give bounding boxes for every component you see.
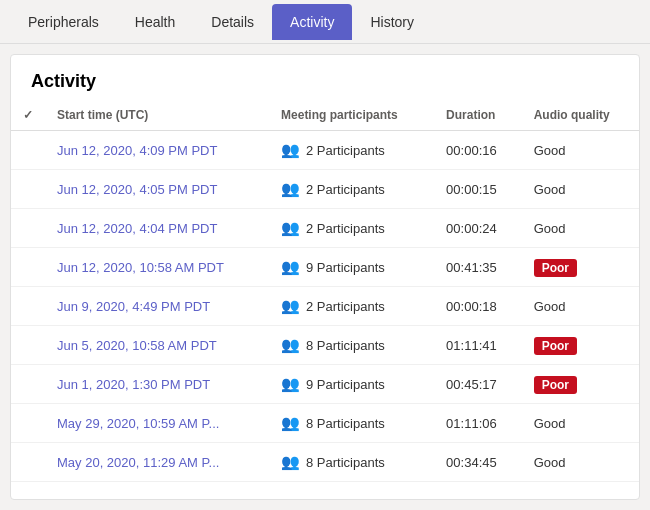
table-row: Jun 9, 2020, 4:49 PM PDT👥2 Participants0… (11, 287, 639, 326)
row-audio-quality: Good (522, 209, 639, 248)
row-participants: 👥8 Participants (269, 404, 434, 443)
table-row: Jun 1, 2020, 1:30 PM PDT👥9 Participants0… (11, 365, 639, 404)
table-header-row: ✓ Start time (UTC) Meeting participants … (11, 100, 639, 131)
table-row: Jun 5, 2020, 10:58 AM PDT👥8 Participants… (11, 326, 639, 365)
row-start-time[interactable]: Jun 12, 2020, 4:09 PM PDT (45, 131, 269, 170)
participants-count: 8 Participants (306, 338, 385, 353)
row-duration: 00:00:24 (434, 209, 522, 248)
table-row: Jun 12, 2020, 4:04 PM PDT👥2 Participants… (11, 209, 639, 248)
row-audio-quality: Good (522, 287, 639, 326)
row-participants: 👥9 Participants (269, 365, 434, 404)
row-duration: 00:45:17 (434, 365, 522, 404)
tab-health[interactable]: Health (117, 4, 193, 40)
row-audio-quality: Good (522, 404, 639, 443)
participants-icon: 👥 (281, 453, 300, 471)
row-check (11, 131, 45, 170)
row-check (11, 170, 45, 209)
row-start-time[interactable]: May 20, 2020, 11:29 AM P... (45, 443, 269, 482)
tab-history[interactable]: History (352, 4, 432, 40)
participants-count: 2 Participants (306, 221, 385, 236)
participants-icon: 👥 (281, 375, 300, 393)
row-start-time[interactable]: Jun 9, 2020, 4:49 PM PDT (45, 287, 269, 326)
row-audio-quality: Good (522, 170, 639, 209)
col-duration: Duration (434, 100, 522, 131)
participants-icon: 👥 (281, 180, 300, 198)
participants-icon: 👥 (281, 258, 300, 276)
row-check (11, 209, 45, 248)
participants-count: 2 Participants (306, 299, 385, 314)
participants-icon: 👥 (281, 297, 300, 315)
table-row: Jun 12, 2020, 10:58 AM PDT👥9 Participant… (11, 248, 639, 287)
table-row: Jun 12, 2020, 4:05 PM PDT👥2 Participants… (11, 170, 639, 209)
row-check (11, 248, 45, 287)
row-start-time[interactable]: May 29, 2020, 10:59 AM P... (45, 404, 269, 443)
row-duration: 01:11:41 (434, 326, 522, 365)
row-participants: 👥2 Participants (269, 209, 434, 248)
poor-badge: Poor (534, 337, 577, 355)
table-row: May 29, 2020, 10:59 AM P...👥8 Participan… (11, 404, 639, 443)
participants-count: 2 Participants (306, 182, 385, 197)
col-participants: Meeting participants (269, 100, 434, 131)
row-start-time[interactable]: Jun 5, 2020, 10:58 AM PDT (45, 326, 269, 365)
row-audio-quality: Poor (522, 326, 639, 365)
section-title: Activity (11, 55, 639, 100)
row-participants: 👥8 Participants (269, 443, 434, 482)
row-check (11, 287, 45, 326)
row-duration: 00:41:35 (434, 248, 522, 287)
row-participants: 👥2 Participants (269, 170, 434, 209)
row-check (11, 404, 45, 443)
table-row: Jun 12, 2020, 4:09 PM PDT👥2 Participants… (11, 131, 639, 170)
tab-bar: PeripheralsHealthDetailsActivityHistory (0, 0, 650, 44)
activity-table: ✓ Start time (UTC) Meeting participants … (11, 100, 639, 482)
content-area: Activity ✓ Start time (UTC) Meeting part… (10, 54, 640, 500)
participants-count: 2 Participants (306, 143, 385, 158)
participants-icon: 👥 (281, 141, 300, 159)
row-start-time[interactable]: Jun 1, 2020, 1:30 PM PDT (45, 365, 269, 404)
row-check (11, 365, 45, 404)
row-start-time[interactable]: Jun 12, 2020, 4:04 PM PDT (45, 209, 269, 248)
table-row: May 20, 2020, 11:29 AM P...👥8 Participan… (11, 443, 639, 482)
row-audio-quality: Poor (522, 365, 639, 404)
participants-icon: 👥 (281, 336, 300, 354)
tab-activity[interactable]: Activity (272, 4, 352, 40)
row-start-time[interactable]: Jun 12, 2020, 4:05 PM PDT (45, 170, 269, 209)
row-start-time[interactable]: Jun 12, 2020, 10:58 AM PDT (45, 248, 269, 287)
row-participants: 👥2 Participants (269, 287, 434, 326)
row-duration: 01:11:06 (434, 404, 522, 443)
row-duration: 00:00:18 (434, 287, 522, 326)
row-duration: 00:00:15 (434, 170, 522, 209)
row-duration: 00:34:45 (434, 443, 522, 482)
row-audio-quality: Good (522, 131, 639, 170)
participants-count: 8 Participants (306, 455, 385, 470)
poor-badge: Poor (534, 259, 577, 277)
col-check: ✓ (11, 100, 45, 131)
row-duration: 00:00:16 (434, 131, 522, 170)
row-participants: 👥8 Participants (269, 326, 434, 365)
participants-count: 8 Participants (306, 416, 385, 431)
row-audio-quality: Poor (522, 248, 639, 287)
tab-details[interactable]: Details (193, 4, 272, 40)
row-audio-quality: Good (522, 443, 639, 482)
col-audio-quality: Audio quality (522, 100, 639, 131)
participants-count: 9 Participants (306, 377, 385, 392)
row-participants: 👥2 Participants (269, 131, 434, 170)
participants-icon: 👥 (281, 414, 300, 432)
row-check (11, 443, 45, 482)
poor-badge: Poor (534, 376, 577, 394)
row-check (11, 326, 45, 365)
participants-icon: 👥 (281, 219, 300, 237)
tab-peripherals[interactable]: Peripherals (10, 4, 117, 40)
participants-count: 9 Participants (306, 260, 385, 275)
row-participants: 👥9 Participants (269, 248, 434, 287)
col-start-time: Start time (UTC) (45, 100, 269, 131)
